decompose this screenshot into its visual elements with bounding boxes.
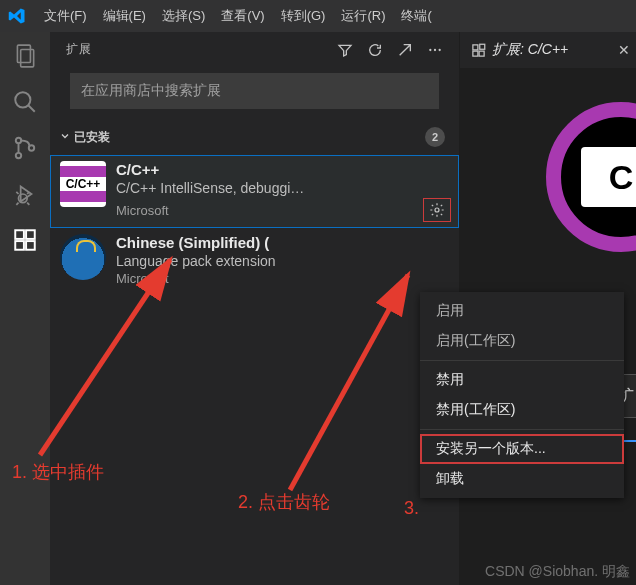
vscode-logo-icon (8, 7, 26, 25)
cm-separator (420, 429, 624, 430)
menu-edit[interactable]: 编辑(E) (95, 0, 154, 32)
extension-icon-ccpp: C/C++ (60, 161, 106, 207)
clear-icon[interactable] (397, 42, 413, 58)
tab-title: 扩展: C/C++ (492, 41, 612, 59)
menu-terminal[interactable]: 终端( (393, 0, 439, 32)
extension-list: C/C++ C/C++ C/C++ IntelliSense, debuggi…… (50, 151, 459, 296)
gear-icon[interactable] (423, 198, 451, 222)
extension-item-ccpp[interactable]: C/C++ C/C++ C/C++ IntelliSense, debuggi…… (50, 155, 459, 228)
extension-publisher: Microsoft (116, 203, 423, 218)
extension-title: C/C++ (116, 161, 451, 178)
source-control-icon[interactable] (11, 134, 39, 162)
extensions-icon[interactable] (11, 226, 39, 254)
more-icon[interactable] (427, 42, 443, 58)
svg-point-18 (439, 48, 441, 50)
sidebar-header: 扩展 (50, 32, 459, 67)
svg-rect-21 (472, 51, 477, 56)
extensions-sidebar: 扩展 在应用商店中搜索扩展 已安装 2 C/C++ (50, 32, 460, 585)
svg-rect-14 (26, 241, 35, 250)
svg-rect-1 (21, 50, 34, 67)
svg-point-4 (16, 138, 21, 143)
chevron-down-icon (58, 130, 72, 145)
extension-publisher: Microsoft (116, 271, 451, 286)
svg-point-16 (429, 48, 431, 50)
extension-detail-logo: C (546, 102, 636, 252)
menu-run[interactable]: 运行(R) (333, 0, 393, 32)
svg-rect-0 (17, 45, 30, 62)
svg-line-8 (16, 192, 18, 194)
close-icon[interactable]: ✕ (618, 42, 630, 58)
section-label: 已安装 (74, 129, 425, 146)
search-placeholder: 在应用商店中搜索扩展 (81, 82, 221, 100)
svg-line-10 (16, 203, 18, 205)
svg-rect-12 (15, 230, 24, 239)
watermark: CSDN @Siobhan. 明鑫 (485, 563, 630, 581)
svg-rect-15 (26, 230, 35, 239)
menu-view[interactable]: 查看(V) (213, 0, 272, 32)
context-menu: 启用 启用(工作区) 禁用 禁用(工作区) 安装另一个版本... 卸载 (420, 292, 624, 498)
menu-file[interactable]: 文件(F) (36, 0, 95, 32)
extension-desc: C/C++ IntelliSense, debuggi… (116, 180, 451, 196)
svg-line-3 (28, 105, 35, 112)
svg-point-5 (16, 153, 21, 158)
cm-install-another-version[interactable]: 安装另一个版本... (420, 434, 624, 464)
extension-desc: Language pack extension (116, 253, 451, 269)
section-installed[interactable]: 已安装 2 (50, 123, 459, 151)
svg-point-2 (15, 92, 30, 107)
explorer-icon[interactable] (11, 42, 39, 70)
tab-extension-detail[interactable]: 扩展: C/C++ ✕ (460, 32, 636, 68)
menu-selection[interactable]: 选择(S) (154, 0, 213, 32)
refresh-icon[interactable] (367, 42, 383, 58)
search-input[interactable]: 在应用商店中搜索扩展 (70, 73, 439, 109)
link-underline (622, 440, 636, 442)
svg-line-11 (27, 203, 29, 205)
svg-rect-20 (472, 44, 477, 49)
cm-uninstall[interactable]: 卸载 (420, 464, 624, 494)
cm-disable[interactable]: 禁用 (420, 365, 624, 395)
extension-icon-chinese (60, 234, 106, 280)
cm-enable-workspace[interactable]: 启用(工作区) (420, 326, 624, 356)
run-debug-icon[interactable] (11, 180, 39, 208)
extension-item-chinese[interactable]: Chinese (Simplified) ( Language pack ext… (50, 228, 459, 292)
activitybar (0, 32, 50, 585)
search-icon[interactable] (11, 88, 39, 116)
menu-go[interactable]: 转到(G) (273, 0, 334, 32)
filter-icon[interactable] (337, 42, 353, 58)
cm-disable-workspace[interactable]: 禁用(工作区) (420, 395, 624, 425)
installed-count-badge: 2 (425, 127, 445, 147)
cm-separator (420, 360, 624, 361)
sidebar-title: 扩展 (66, 41, 337, 58)
menubar: 文件(F) 编辑(E) 选择(S) 查看(V) 转到(G) 运行(R) 终端( (0, 0, 636, 32)
extensions-icon (470, 42, 486, 58)
svg-point-19 (435, 208, 439, 212)
svg-point-6 (29, 145, 34, 150)
svg-rect-22 (479, 51, 484, 56)
svg-point-17 (434, 48, 436, 50)
extension-title: Chinese (Simplified) ( (116, 234, 451, 251)
svg-rect-23 (479, 44, 484, 49)
cm-enable[interactable]: 启用 (420, 296, 624, 326)
svg-rect-13 (15, 241, 24, 250)
